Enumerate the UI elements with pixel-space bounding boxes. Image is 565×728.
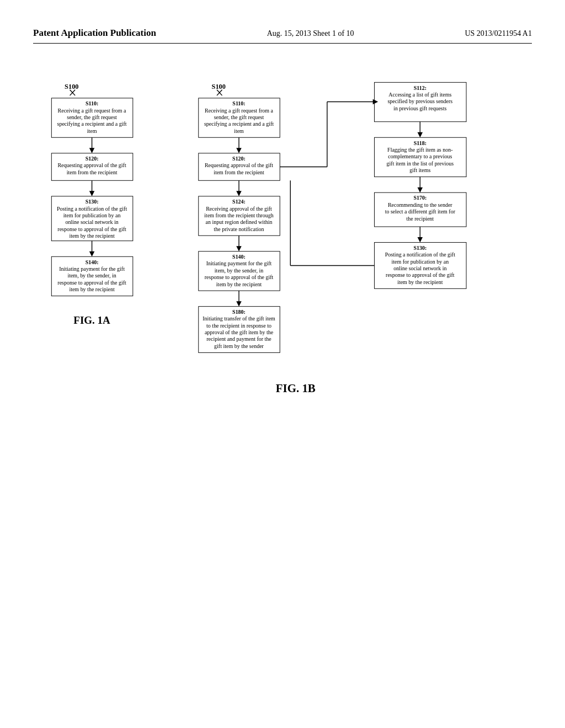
svg-marker-84 xyxy=(418,188,423,193)
svg-text:Receiving a gift request from : Receiving a gift request from a xyxy=(205,108,273,114)
svg-text:item: item xyxy=(234,128,244,134)
svg-text:response to approval of the gi: response to approval of the gift xyxy=(386,272,455,278)
header-patent-number: US 2013/0211954 A1 xyxy=(465,29,532,38)
svg-text:S118:: S118: xyxy=(414,140,427,146)
svg-text:Initiating payment for the gif: Initiating payment for the gift xyxy=(206,260,272,266)
svg-text:response to approval of the gi: response to approval of the gift xyxy=(57,226,126,232)
page: Patent Application Publication Aug. 15, … xyxy=(0,0,565,728)
svg-text:S170:: S170: xyxy=(413,195,427,201)
svg-text:S112:: S112: xyxy=(414,85,427,91)
diagram-container: S100 S110: Receiving a gift request from… xyxy=(33,55,532,551)
svg-text:S180:: S180: xyxy=(232,309,246,315)
svg-text:S130:: S130: xyxy=(413,245,427,251)
svg-text:sender, the gift request: sender, the gift request xyxy=(67,114,117,120)
svg-text:gift item in the list of previ: gift item in the list of previous xyxy=(387,160,454,167)
svg-text:S110:: S110: xyxy=(232,100,245,106)
svg-text:Receiving approval of the gift: Receiving approval of the gift xyxy=(206,206,272,212)
svg-text:in previous gift requests: in previous gift requests xyxy=(393,105,446,111)
svg-marker-76 xyxy=(418,132,423,138)
svg-text:Posting a notification of the : Posting a notification of the gift xyxy=(385,251,456,258)
fig1b-s100-label: S100 xyxy=(212,83,226,90)
svg-text:S110:: S110: xyxy=(86,100,98,106)
svg-text:item from the recipient throug: item from the recipient through xyxy=(204,212,273,218)
svg-text:response to approval of the gi: response to approval of the gift xyxy=(57,280,126,286)
svg-text:item, by the sender, in: item, by the sender, in xyxy=(215,267,263,274)
svg-text:specifying a recipient and a g: specifying a recipient and a gift xyxy=(57,121,127,127)
svg-text:S140:: S140: xyxy=(86,259,99,265)
svg-text:item by the recipient: item by the recipient xyxy=(397,279,443,285)
svg-text:an input region defined within: an input region defined within xyxy=(206,219,273,225)
svg-marker-91 xyxy=(418,237,423,243)
svg-text:response to approval of the gi: response to approval of the gift xyxy=(205,274,274,280)
svg-text:Initiating transfer of the gif: Initiating transfer of the gift item xyxy=(202,315,275,322)
svg-text:Accessing a list of gift items: Accessing a list of gift items xyxy=(388,92,451,98)
svg-text:item by the recipient: item by the recipient xyxy=(216,281,262,287)
svg-text:the private notification: the private notification xyxy=(214,226,264,232)
svg-text:S140:: S140: xyxy=(232,254,246,260)
svg-text:recipient and payment for the: recipient and payment for the xyxy=(206,336,271,342)
svg-text:to select a different gift ite: to select a different gift item for xyxy=(385,208,456,215)
svg-text:Recommending to the sender: Recommending to the sender xyxy=(388,202,452,208)
fig1b-caption: FIG. 1B xyxy=(276,382,316,395)
svg-text:the recipient: the recipient xyxy=(407,216,434,222)
fig1a-caption: FIG. 1A xyxy=(73,314,110,326)
svg-text:Requesting approval of the gif: Requesting approval of the gift xyxy=(57,162,126,168)
svg-text:sender, the gift request: sender, the gift request xyxy=(214,114,264,120)
svg-text:item, by the sender, in: item, by the sender, in xyxy=(67,272,116,279)
svg-text:online social network in: online social network in xyxy=(65,219,118,225)
svg-text:specified by previous senders: specified by previous senders xyxy=(387,98,452,104)
svg-text:item by the recipient: item by the recipient xyxy=(69,286,115,292)
svg-text:item for publication by an: item for publication by an xyxy=(63,212,121,218)
page-header: Patent Application Publication Aug. 15, … xyxy=(33,28,532,44)
svg-text:Flagging the gift item as non-: Flagging the gift item as non- xyxy=(387,147,452,153)
svg-marker-54 xyxy=(236,246,242,251)
svg-text:item from the recipient: item from the recipient xyxy=(214,169,264,175)
svg-marker-62 xyxy=(236,301,242,307)
svg-marker-40 xyxy=(236,148,242,153)
main-diagram-svg: S100 S110: Receiving a gift request from… xyxy=(33,55,532,551)
svg-text:Receiving a gift request from : Receiving a gift request from a xyxy=(58,108,126,114)
svg-text:Requesting approval of the gif: Requesting approval of the gift xyxy=(205,162,273,168)
svg-text:item for publication by an: item for publication by an xyxy=(391,259,449,265)
svg-text:item: item xyxy=(87,128,97,134)
svg-text:Initiating payment for the gif: Initiating payment for the gift xyxy=(59,266,125,272)
svg-text:specifying a recipient and a g: specifying a recipient and a gift xyxy=(204,121,274,127)
fig1a-s100-label: S100 xyxy=(65,83,78,90)
svg-text:item by the recipient: item by the recipient xyxy=(69,233,115,239)
svg-text:S130:: S130: xyxy=(86,199,99,205)
svg-text:Posting a notification of the : Posting a notification of the gift xyxy=(57,206,127,212)
svg-text:gift item by the sender: gift item by the sender xyxy=(214,343,264,349)
svg-text:to the recipient in response t: to the recipient in response to xyxy=(206,323,271,329)
svg-text:S120:: S120: xyxy=(86,156,99,162)
header-date-sheet: Aug. 15, 2013 Sheet 1 of 10 xyxy=(267,29,354,38)
svg-marker-15 xyxy=(89,191,95,196)
svg-text:item from the recipient: item from the recipient xyxy=(67,169,118,175)
svg-text:S124:: S124: xyxy=(232,199,246,205)
svg-marker-24 xyxy=(89,251,95,257)
svg-text:complementary to a previous: complementary to a previous xyxy=(388,153,452,159)
svg-text:online social network in: online social network in xyxy=(393,265,446,271)
svg-marker-46 xyxy=(236,191,242,196)
svg-text:approval of the gift item by t: approval of the gift item by the xyxy=(205,329,274,335)
svg-text:gift items: gift items xyxy=(409,167,430,173)
svg-marker-9 xyxy=(89,148,95,153)
header-publication-label: Patent Application Publication xyxy=(33,28,156,39)
svg-text:S120:: S120: xyxy=(232,156,246,162)
